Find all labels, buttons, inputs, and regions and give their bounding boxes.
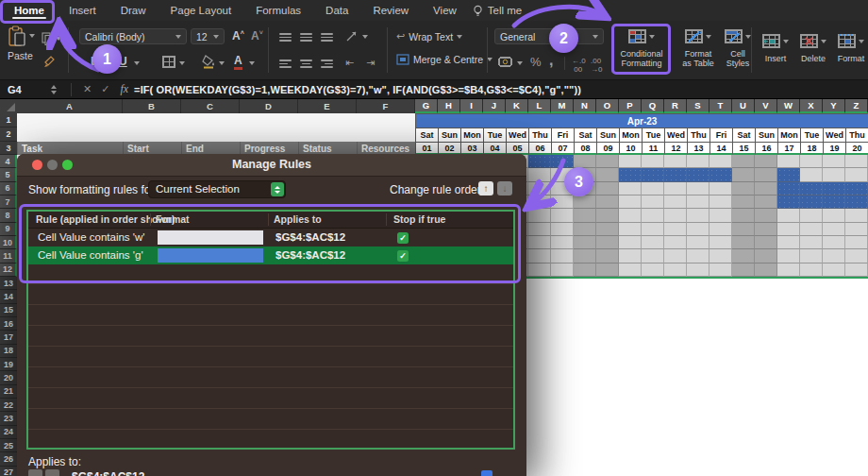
gantt-cell-r10-16[interactable] <box>755 236 777 249</box>
tab-home[interactable]: Home <box>2 0 57 21</box>
gantt-cell-r12-20[interactable] <box>845 264 868 277</box>
fill-color-icon[interactable] <box>202 55 216 69</box>
date-cell-12[interactable]: 12 <box>664 142 687 155</box>
align-center-icon[interactable] <box>300 58 312 70</box>
date-cell-09[interactable]: 09 <box>596 142 619 155</box>
gantt-bar-r5-14[interactable] <box>709 168 732 181</box>
gantt-cell-r7-09[interactable] <box>596 196 619 209</box>
gantt-bar-r5-10[interactable] <box>619 168 642 181</box>
gantt-cell-r12-09[interactable] <box>596 264 619 277</box>
day-cell-10[interactable]: Mon <box>619 128 642 142</box>
row-header-21[interactable]: 21 <box>0 385 17 399</box>
gantt-cell-r12-13[interactable] <box>687 264 709 277</box>
tab-page-layout[interactable]: Page Layout <box>159 0 244 21</box>
gantt-cell-r11-17[interactable] <box>777 249 800 263</box>
column-header-S[interactable]: S <box>687 99 709 113</box>
date-cell-04[interactable]: 04 <box>483 142 506 155</box>
gantt-cell-r9-10[interactable] <box>619 223 642 236</box>
gantt-cell-r5-06[interactable] <box>528 168 551 181</box>
column-header-M[interactable]: M <box>551 99 574 113</box>
gantt-cell-r11-09[interactable] <box>596 249 619 263</box>
column-header-U[interactable]: U <box>732 99 755 113</box>
column-header-H[interactable]: H <box>438 99 460 113</box>
day-cell-02[interactable]: Sun <box>438 128 460 142</box>
day-cell-04[interactable]: Tue <box>483 128 506 142</box>
gantt-cell-r9-16[interactable] <box>755 223 777 236</box>
move-rule-down-button[interactable]: ↓ <box>497 181 512 196</box>
column-header-K[interactable]: K <box>506 99 528 113</box>
gantt-bar-r7-18[interactable] <box>800 196 823 209</box>
gantt-cell-r10-10[interactable] <box>619 236 642 249</box>
row-header-23[interactable]: 23 <box>0 412 17 425</box>
gantt-cell-r11-12[interactable] <box>664 249 687 263</box>
gantt-cell-r5-15[interactable] <box>732 168 755 181</box>
gantt-cell-r12-08[interactable] <box>574 264 596 277</box>
date-cell-20[interactable]: 20 <box>845 142 868 155</box>
gantt-cell-r10-12[interactable] <box>664 236 687 249</box>
column-header-Z[interactable]: Z <box>845 99 868 113</box>
gantt-cell-r8-17[interactable] <box>777 209 800 222</box>
row-header-24[interactable]: 24 <box>0 426 17 439</box>
move-rule-up-button[interactable]: ↑ <box>478 181 493 196</box>
gantt-cell-r9-08[interactable] <box>574 223 596 236</box>
gantt-cell-r6-11[interactable] <box>642 182 664 196</box>
gantt-cell-r4-13[interactable] <box>687 155 709 168</box>
gantt-bar-r4-06[interactable] <box>528 155 551 168</box>
gantt-cell-r9-20[interactable] <box>845 223 868 236</box>
applies-to-button-1[interactable] <box>28 469 42 476</box>
gantt-cell-r4-20[interactable] <box>845 155 868 168</box>
row-header-11[interactable]: 11 <box>0 249 17 263</box>
day-cell-17[interactable]: Mon <box>777 128 800 142</box>
font-size-select[interactable]: 12 <box>191 28 225 44</box>
gantt-cell-r10-08[interactable] <box>574 236 596 249</box>
date-cell-18[interactable]: 18 <box>800 142 823 155</box>
gantt-cell-r10-14[interactable] <box>709 236 732 249</box>
date-cell-02[interactable]: 02 <box>438 142 460 155</box>
column-header-O[interactable]: O <box>596 99 619 113</box>
task-header-resources[interactable]: Resources <box>357 142 415 155</box>
gantt-cell-r4-17[interactable] <box>777 155 800 168</box>
column-header-T[interactable]: T <box>709 99 732 113</box>
underline-chevron[interactable] <box>134 61 140 65</box>
tab-formulas[interactable]: Formulas <box>243 0 313 21</box>
day-cell-20[interactable]: Thu <box>845 128 868 142</box>
gantt-cell-r8-09[interactable] <box>596 209 619 222</box>
column-header-X[interactable]: X <box>800 99 823 113</box>
gantt-cell-r12-07[interactable] <box>551 264 574 277</box>
gantt-cell-r12-12[interactable] <box>664 264 687 277</box>
gantt-cell-r9-14[interactable] <box>709 223 732 236</box>
column-header-C[interactable]: C <box>181 99 240 113</box>
gantt-cell-r6-15[interactable] <box>732 182 755 196</box>
gantt-bar-r7-19[interactable] <box>823 196 845 209</box>
date-cell-07[interactable]: 07 <box>551 142 574 155</box>
column-header-J[interactable]: J <box>483 99 506 113</box>
name-box[interactable]: G4 <box>0 84 51 95</box>
applies-to-value[interactable]: $G$4:$AC$12 <box>72 470 144 476</box>
row-header-25[interactable]: 25 <box>0 439 17 452</box>
accounting-format-icon[interactable] <box>498 56 513 68</box>
gantt-cell-r11-15[interactable] <box>732 249 755 263</box>
gantt-cell-r10-15[interactable] <box>732 236 755 249</box>
gantt-cell-r8-19[interactable] <box>823 209 845 222</box>
date-cell-17[interactable]: 17 <box>777 142 800 155</box>
column-header-L[interactable]: L <box>528 99 551 113</box>
cell-styles-button[interactable]: CellStyles <box>711 27 764 68</box>
row-header-5[interactable]: 5 <box>0 168 17 181</box>
gantt-cell-r12-19[interactable] <box>823 264 845 277</box>
gantt-cell-r9-13[interactable] <box>687 223 709 236</box>
gantt-cell-r9-11[interactable] <box>642 223 664 236</box>
font-color-icon[interactable]: A <box>234 55 242 70</box>
column-header-A[interactable]: A <box>17 99 123 113</box>
gantt-cell-r11-13[interactable] <box>687 249 709 263</box>
align-middle-icon[interactable] <box>300 31 312 43</box>
align-bottom-icon[interactable] <box>321 31 333 43</box>
delete-button[interactable]: Delete <box>796 32 830 63</box>
dialog-title-bar[interactable]: Manage Rules <box>17 154 526 177</box>
gantt-cell-r7-12[interactable] <box>664 196 687 209</box>
gantt-cell-r11-14[interactable] <box>709 249 732 263</box>
column-header-V[interactable]: V <box>755 99 777 113</box>
row-header-18[interactable]: 18 <box>0 345 17 358</box>
row-header-26[interactable]: 26 <box>0 452 17 466</box>
row-header-22[interactable]: 22 <box>0 399 17 412</box>
gantt-bar-r5-12[interactable] <box>664 168 687 181</box>
